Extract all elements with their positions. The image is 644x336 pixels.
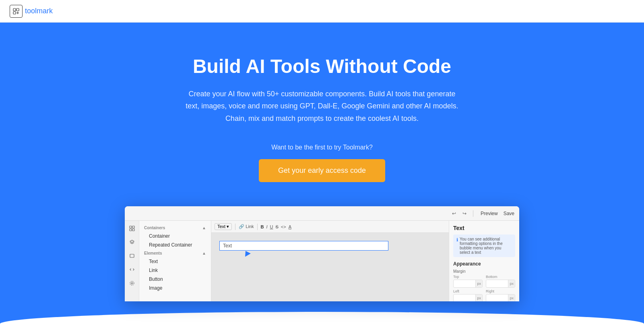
text-format-dropdown[interactable]: Text ▾	[215, 223, 232, 230]
logo[interactable]: toolmark	[10, 5, 53, 18]
panel-icon-settings[interactable]	[128, 279, 136, 288]
canvas-area[interactable]: Text	[211, 233, 449, 301]
hero-title: Build AI Tools Without Code	[193, 55, 451, 78]
logo-icon	[10, 5, 23, 18]
panel-tree: Containers ▲ Container Repeated Containe…	[139, 221, 211, 301]
toolbar-sep-2	[257, 224, 258, 230]
app-body: Containers ▲ Container Repeated Containe…	[125, 221, 519, 301]
link-button[interactable]: 🔗 Link	[239, 224, 254, 229]
right-panel-info: ℹ You can see additional formatting opti…	[453, 234, 515, 257]
color-button[interactable]: A	[289, 224, 291, 229]
right-unit: px	[508, 295, 515, 301]
top-label: Top	[453, 275, 483, 279]
svg-rect-9	[130, 254, 134, 257]
preview-button[interactable]: Preview	[478, 210, 500, 217]
right-input-container: px	[486, 294, 515, 301]
redo-icon[interactable]: ↪	[461, 210, 468, 217]
left-label: Left	[453, 289, 483, 293]
appearance-section-label: Appearance	[453, 261, 515, 267]
svg-point-11	[130, 281, 134, 285]
image-element-item[interactable]: Image	[139, 284, 211, 292]
bold-button[interactable]: B	[261, 224, 264, 229]
left-input[interactable]	[454, 296, 475, 301]
svg-rect-8	[132, 229, 134, 231]
italic-button[interactable]: I	[266, 224, 267, 229]
canvas-element-wrapper: Text	[219, 241, 388, 251]
right-label: Right	[486, 289, 515, 293]
panel-icon-layers[interactable]	[128, 238, 136, 247]
undo-icon[interactable]: ↩	[450, 210, 458, 217]
app-screenshot: ↩ ↪ Preview Save	[125, 206, 519, 301]
underline-button[interactable]: U	[270, 224, 273, 229]
topbar-separator	[473, 210, 473, 217]
svg-rect-0	[13, 8, 16, 11]
containers-section-header: Containers ▲	[139, 224, 211, 232]
svg-point-10	[131, 282, 133, 284]
bottom-label: Bottom	[486, 275, 515, 279]
bottom-input-container: px	[486, 280, 515, 288]
top-unit: px	[475, 280, 482, 287]
margin-left-right-row: Left px Right px	[453, 289, 515, 301]
button-element-item[interactable]: Button	[139, 275, 211, 284]
right-panel: Text ℹ You can see additional formatting…	[449, 221, 519, 301]
canvas-toolbar: Text ▾ 🔗 Link B I U S <> A	[211, 221, 449, 233]
svg-rect-6	[132, 226, 134, 228]
bottom-input[interactable]	[486, 282, 508, 286]
right-input[interactable]	[486, 296, 508, 301]
svg-rect-2	[17, 8, 19, 11]
left-input-container: px	[453, 294, 483, 301]
panel-icon-grid[interactable]	[128, 224, 136, 233]
main-canvas: Text ▾ 🔗 Link B I U S <> A	[211, 221, 449, 301]
elements-section-header: Elements ▲	[139, 249, 211, 257]
bottom-unit: px	[508, 280, 515, 287]
info-icon: ℹ	[456, 237, 458, 255]
save-button[interactable]: Save	[504, 211, 514, 216]
margin-label: Margin	[453, 269, 515, 274]
container-item[interactable]: Container	[139, 232, 211, 241]
panel-icon-rectangle[interactable]	[128, 251, 136, 260]
left-unit: px	[475, 295, 482, 301]
link-element-item[interactable]: Link	[139, 266, 211, 275]
navbar: toolmark	[0, 0, 644, 23]
margin-left-field: Left px	[453, 289, 483, 301]
margin-top-field: Top px	[453, 275, 483, 288]
toolbar-sep-1	[235, 224, 235, 230]
margin-top-bottom-row: Top px Bottom px	[453, 275, 515, 288]
top-input-container: px	[453, 280, 483, 288]
svg-rect-1	[13, 12, 16, 14]
cta-button[interactable]: Get your early access code	[259, 159, 385, 182]
right-panel-title: Text	[453, 225, 515, 231]
repeated-container-item[interactable]: Repeated Container	[139, 241, 211, 249]
left-icon-strip	[125, 221, 139, 301]
svg-rect-7	[130, 229, 132, 231]
canvas-text-element[interactable]: Text	[219, 241, 388, 251]
logo-text: toolmark	[25, 7, 53, 15]
left-panel-container: Containers ▲ Container Repeated Containe…	[125, 221, 211, 301]
svg-rect-5	[130, 226, 132, 228]
margin-right-field: Right px	[486, 289, 515, 301]
code-button[interactable]: <>	[281, 224, 286, 229]
hero-subtitle: Create your AI flow with 50+ customizabl…	[185, 88, 459, 125]
panel-icon-code[interactable]	[128, 265, 136, 274]
strikethrough-button[interactable]: S	[275, 224, 278, 229]
top-input[interactable]	[454, 282, 475, 286]
topbar-actions: ↩ ↪ Preview Save	[450, 210, 514, 217]
text-element-item[interactable]: Text	[139, 257, 211, 266]
hero-section: Build AI Tools Without Code Create your …	[0, 23, 644, 336]
margin-bottom-field: Bottom px	[486, 275, 515, 288]
app-topbar: ↩ ↪ Preview Save	[125, 206, 519, 221]
hero-cta-text: Want to be the first to try Toolmark?	[271, 144, 373, 151]
